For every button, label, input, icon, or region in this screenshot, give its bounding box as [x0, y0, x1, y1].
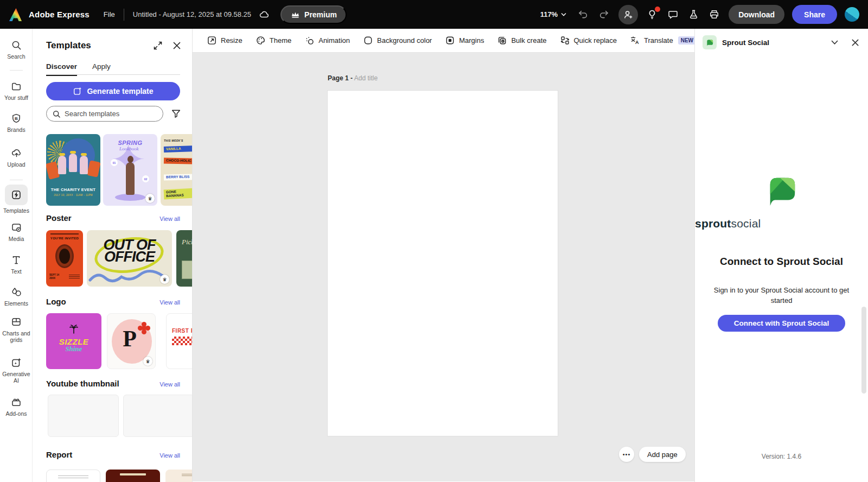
topbar: Adobe Express File Untitled - August 12,…	[0, 0, 868, 29]
redo-button[interactable]	[597, 8, 611, 21]
new-badge: NEW	[678, 36, 694, 45]
user-avatar[interactable]	[845, 7, 859, 22]
view-all-report[interactable]: View all	[159, 452, 180, 459]
tabs-underline	[46, 74, 180, 75]
close-addon-button[interactable]	[850, 37, 860, 48]
premium-button[interactable]: Premium	[280, 5, 347, 24]
print-button[interactable]	[707, 8, 721, 21]
panel-scrollbar[interactable]	[861, 307, 866, 394]
template-card-charity-event[interactable]: THE CHARITY EVENT JULY 10, 20XX · 11AM -…	[46, 134, 100, 206]
view-all-logo[interactable]: View all	[159, 299, 180, 306]
tool-animation[interactable]: Animation	[304, 35, 350, 46]
template-card-sizzle-shine[interactable]: SIZZLE Shine	[46, 313, 101, 369]
sidebar-item-elements[interactable]: Elements	[0, 286, 33, 307]
template-card-ice-cream[interactable]: THIS WEEK'S VANILLA CHOCO-HOLIC BERRY BL…	[161, 134, 193, 206]
sidebar-item-your-stuff[interactable]: Your stuff	[0, 80, 33, 101]
palm-tree-icon	[68, 324, 79, 335]
svg-text:B: B	[15, 116, 18, 121]
sidebar-item-brands[interactable]: B Brands	[0, 112, 33, 133]
expand-panel-button[interactable]	[152, 40, 164, 52]
rail-divider	[10, 70, 23, 71]
template-card-out-of-office[interactable]: OUT OFOFFICE ♛	[87, 230, 172, 287]
connect-description: Sign in to your Sprout Social account to…	[711, 286, 852, 306]
document-title[interactable]: Untitled - August 12, 2025 at 09.58.25	[133, 10, 251, 18]
media-icon	[0, 221, 33, 233]
template-card-report-white[interactable]	[46, 470, 100, 482]
folder-icon	[0, 80, 33, 92]
template-card-youre-invited[interactable]: YOU'RE INVITED SEPT 1420XX	[46, 230, 83, 287]
search-input[interactable]	[65, 110, 157, 118]
more-options-button[interactable]: •••	[619, 447, 634, 462]
tool-translate[interactable]: A Translate NEW	[630, 35, 694, 46]
generate-template-button[interactable]: Generate template	[46, 82, 180, 100]
view-all-poster[interactable]: View all	[159, 215, 180, 222]
file-menu[interactable]: File	[104, 10, 115, 18]
sparkle-square-icon	[0, 357, 33, 369]
ideas-lightbulb-button[interactable]	[646, 8, 659, 21]
sprout-social-logo	[765, 173, 799, 208]
adobe-express-logo-icon[interactable]	[9, 8, 23, 22]
notification-dot	[655, 7, 660, 12]
tool-background-color[interactable]: Background color	[363, 35, 432, 46]
add-collaborator-button[interactable]	[618, 5, 638, 24]
rail-divider	[10, 180, 23, 180]
topbar-divider	[124, 9, 124, 21]
template-card-report-cream[interactable]	[165, 470, 193, 482]
cloud-sync-icon[interactable]	[258, 8, 271, 21]
sidebar-item-search[interactable]: Search	[0, 39, 33, 60]
panel-title: Templates	[46, 40, 91, 51]
view-all-youtube[interactable]: View all	[159, 381, 180, 388]
shield-b-icon: B	[0, 112, 33, 124]
section-title-poster: Poster	[46, 213, 72, 223]
template-search[interactable]	[46, 106, 163, 122]
template-card-p-logo[interactable]: P ♛	[107, 313, 156, 369]
template-card-first-place[interactable]: FIRST PLA	[166, 313, 193, 369]
canvas-page[interactable]	[328, 91, 558, 436]
page-label[interactable]: Page 1 - Add title	[328, 74, 378, 82]
sidebar-item-upload[interactable]: Upload	[0, 147, 33, 168]
topbar-actions: 117%	[540, 5, 859, 24]
labs-flask-button[interactable]	[687, 8, 700, 21]
connect-sprout-button[interactable]: Connect with Sprout Social	[718, 315, 845, 332]
grid-icon	[0, 316, 33, 328]
premium-crown-badge: ♛	[143, 357, 152, 366]
left-rail: Search Your stuff B Brands Upload Templa…	[0, 29, 33, 482]
sidebar-item-add-ons[interactable]: Add-ons	[0, 396, 33, 417]
sidebar-item-charts-and-grids[interactable]: Charts and grids	[0, 316, 33, 344]
tool-bulk-create[interactable]: Bulk create	[497, 35, 546, 46]
app-title: Adobe Express	[29, 10, 90, 19]
sprout-leaf-icon	[703, 35, 717, 49]
thumbnail-placeholder[interactable]	[123, 395, 193, 437]
tool-resize[interactable]: Resize	[207, 35, 242, 46]
sidebar-item-text[interactable]: Text	[0, 254, 33, 275]
close-panel-button[interactable]	[171, 40, 182, 51]
template-card-spring-lookbook[interactable]: ✦ SPRING Lookbook 01 02 ♛	[103, 134, 157, 206]
download-button[interactable]: Download	[729, 5, 784, 24]
sprout-wordmark: sproutsocial	[695, 217, 868, 230]
add-page-button[interactable]: Add page	[639, 447, 686, 462]
template-card-report-maroon[interactable]	[106, 470, 160, 482]
chevron-down-icon	[561, 12, 566, 16]
filter-button[interactable]	[170, 107, 182, 120]
template-card-picnic[interactable]: Pick	[176, 230, 193, 287]
crown-icon	[290, 10, 300, 19]
quick-replace-icon	[560, 35, 570, 46]
sidebar-item-media[interactable]: Media	[0, 221, 33, 242]
zoom-control[interactable]: 117%	[540, 10, 567, 18]
add-title-placeholder: Add title	[354, 74, 378, 82]
version-label: Version: 1.4.6	[695, 453, 868, 460]
tool-margins[interactable]: Margins	[445, 35, 484, 46]
canvas-area: Page 1 - Add title ••• Add page	[193, 53, 694, 481]
comments-button[interactable]	[666, 8, 680, 21]
thumbnail-placeholder[interactable]	[48, 395, 119, 437]
active-item-highlight	[5, 185, 28, 205]
checker-pattern	[172, 337, 193, 345]
tool-theme[interactable]: Theme	[256, 35, 291, 46]
collapse-panel-button[interactable]	[830, 39, 839, 46]
zoom-level: 117%	[540, 10, 558, 18]
tool-quick-replace[interactable]: Quick replace	[560, 35, 617, 46]
sidebar-item-generative-ai[interactable]: Generative AI	[0, 357, 33, 384]
sidebar-item-templates[interactable]: Templates	[0, 185, 33, 214]
share-button[interactable]: Share	[792, 5, 837, 24]
undo-button[interactable]	[576, 8, 590, 21]
